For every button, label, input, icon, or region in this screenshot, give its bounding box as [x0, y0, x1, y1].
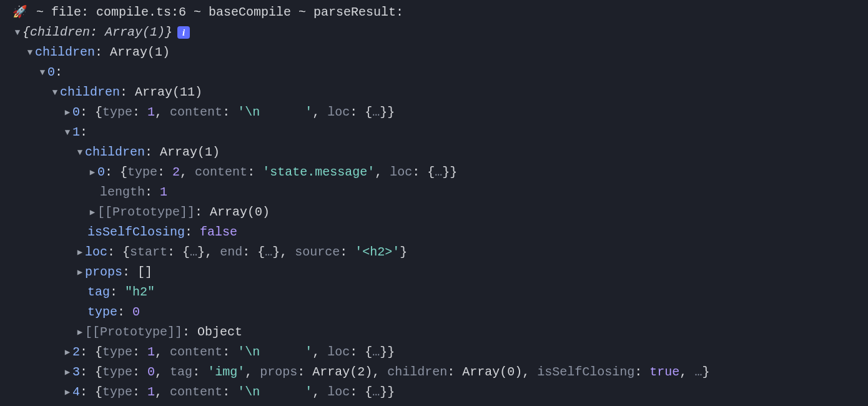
- array-item-0-row[interactable]: 0 : { type : 1 , content : '\n ' , loc :…: [12, 102, 868, 122]
- disclosure-triangle-icon[interactable]: [75, 265, 85, 279]
- disclosure-triangle-icon[interactable]: [62, 126, 72, 139]
- disclosure-triangle-icon[interactable]: [87, 205, 97, 219]
- root-val: Array(1): [105, 22, 165, 42]
- prop-val: Array(1): [160, 142, 220, 162]
- prototype-array-row[interactable]: [[Prototype]] : Array(0): [12, 202, 868, 222]
- array-item-2-row[interactable]: 2 : { type : 1 , content : '\n ' , loc :…: [12, 342, 868, 362]
- devtools-console-output: 🚀 ~ file: compile.ts:6 ~ baseCompile ~ p…: [0, 0, 868, 402]
- root-sep: :: [90, 22, 105, 42]
- props-row[interactable]: props : []: [12, 262, 868, 282]
- disclosure-triangle-icon[interactable]: [75, 325, 85, 339]
- log-header-line: 🚀 ~ file: compile.ts:6 ~ baseCompile ~ p…: [12, 2, 868, 22]
- array-item-3-row[interactable]: 3 : { type : 0 , tag : 'img' , props : A…: [12, 362, 868, 382]
- array-item-4-row[interactable]: 4 : { type : 1 , content : '\n ' , loc :…: [12, 382, 868, 402]
- prop-key: props: [85, 262, 122, 282]
- prop-key: 1: [72, 122, 80, 142]
- prop-val: Array(1): [110, 42, 170, 62]
- prop-val: "h2": [125, 282, 155, 302]
- prop-key: children: [60, 82, 120, 102]
- prop-key: [[Prototype]]: [97, 202, 195, 222]
- prop-val: Object: [197, 322, 242, 342]
- prop-key: isSelfClosing: [87, 222, 185, 242]
- prop-key: type: [87, 302, 117, 322]
- array-item-1-row[interactable]: 1 :: [12, 122, 868, 142]
- prototype-object-row[interactable]: [[Prototype]] : Object: [12, 322, 868, 342]
- index-0-top-row[interactable]: 0 :: [12, 62, 868, 82]
- root-key: children: [30, 22, 90, 42]
- disclosure-triangle-icon[interactable]: [87, 166, 97, 179]
- disclosure-triangle-icon[interactable]: [25, 46, 35, 59]
- prop-val: 0: [132, 302, 140, 322]
- prop-val: []: [137, 262, 152, 282]
- disclosure-triangle-icon[interactable]: [75, 245, 85, 259]
- disclosure-triangle-icon[interactable]: [37, 66, 47, 79]
- log-header-text: ~ file: compile.ts:6 ~ baseCompile ~ par…: [29, 2, 403, 22]
- prop-sep: :: [120, 82, 135, 102]
- prop-val: 1: [160, 182, 167, 202]
- disclosure-triangle-icon[interactable]: [12, 26, 22, 39]
- prop-key: loc: [85, 242, 107, 262]
- children-11-row[interactable]: children : Array(11): [12, 82, 868, 102]
- brace-open: {: [22, 22, 30, 42]
- inner-item-0-row[interactable]: 0 : { type : 2 , content : 'state.messag…: [12, 162, 868, 182]
- prop-key: length: [100, 182, 145, 202]
- root-object-row[interactable]: { children : Array(1) } i: [12, 22, 868, 42]
- disclosure-triangle-icon[interactable]: [62, 106, 72, 119]
- prop-val: Array(11): [135, 82, 202, 102]
- prop-val: Array(0): [210, 202, 270, 222]
- tag-row[interactable]: tag : "h2": [12, 282, 868, 302]
- prop-key: tag: [87, 282, 110, 302]
- type-row[interactable]: type : 0: [12, 302, 868, 322]
- disclosure-triangle-icon[interactable]: [62, 345, 72, 359]
- prop-key: children: [35, 42, 95, 62]
- disclosure-triangle-icon[interactable]: [50, 86, 60, 99]
- prop-sep: :: [55, 62, 62, 82]
- children-inner-row[interactable]: children : Array(1): [12, 142, 868, 162]
- children-top-row[interactable]: children : Array(1): [12, 42, 868, 62]
- disclosure-triangle-icon[interactable]: [62, 365, 72, 379]
- prop-sep: :: [95, 42, 110, 62]
- disclosure-triangle-icon[interactable]: [75, 146, 85, 159]
- prop-key: [[Prototype]]: [85, 322, 182, 342]
- info-icon[interactable]: i: [177, 26, 190, 39]
- brace-close: }: [165, 22, 172, 42]
- prop-key: children: [85, 142, 145, 162]
- prop-key: 0: [47, 62, 55, 82]
- disclosure-triangle-icon[interactable]: [62, 385, 72, 399]
- prop-val: false: [200, 222, 237, 242]
- loc-row[interactable]: loc : { start : { … } , end : { … } , so…: [12, 242, 868, 262]
- length-row[interactable]: length : 1: [12, 182, 868, 202]
- rocket-icon: 🚀: [12, 3, 27, 22]
- prop-key: 0: [72, 102, 80, 122]
- isselfclosing-row[interactable]: isSelfClosing : false: [12, 222, 868, 242]
